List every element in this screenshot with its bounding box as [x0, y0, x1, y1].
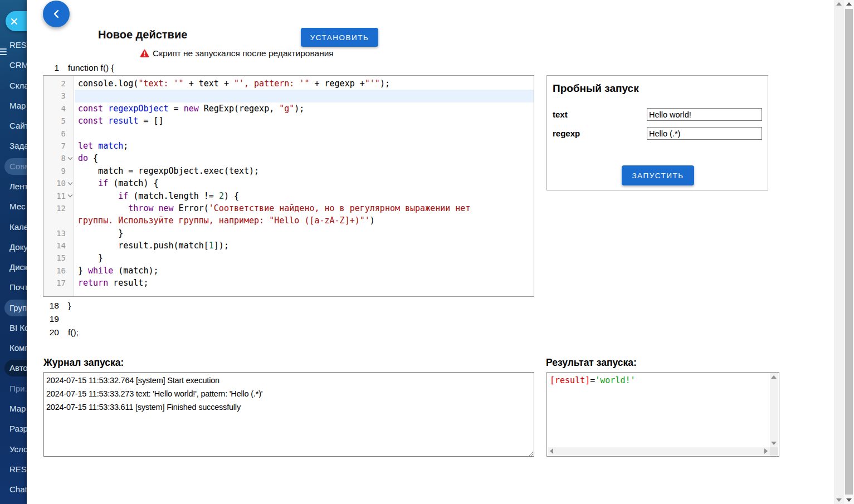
code-token: ; — [123, 141, 128, 151]
sidebar-item-мар[interactable]: Мар — [0, 400, 27, 417]
sidebar-item-авто[interactable]: Авто — [4, 360, 27, 376]
scroll-down-icon[interactable] — [846, 498, 852, 502]
gutter-cell: 12 — [43, 202, 75, 214]
sidebar-item-совм[interactable]: Совм — [4, 158, 27, 175]
code-token: RegExp(regexp, — [199, 104, 280, 114]
sidebar-item-разр[interactable]: Разр — [0, 420, 27, 437]
sidebar-item-bi-ко[interactable]: BI Ко — [0, 320, 27, 336]
run-result-title: Результат запуска: — [546, 357, 637, 369]
gutter-cell: 15 — [43, 252, 75, 264]
editor-line-13[interactable]: 13 } — [43, 227, 534, 239]
sidebar-item-почт[interactable]: Почт — [0, 279, 27, 296]
sidebar-item-мес[interactable]: Мес — [0, 198, 27, 215]
code-token: "text: '" — [138, 79, 183, 89]
editor-line-4[interactable]: 4const regexpObject = new RegExp(regexp,… — [43, 102, 534, 115]
sidebar-item-скла[interactable]: Скла — [0, 77, 27, 94]
close-menu-button[interactable] — [6, 11, 27, 31]
editor-line-12[interactable]: 12 throw new Error('Соответствие найдено… — [43, 202, 534, 214]
editor-line-wrap[interactable]: группы. Используйте группы, например: "H… — [43, 214, 534, 227]
sidebar-item-доку[interactable]: Доку — [0, 239, 27, 256]
gutter-cell: 16 — [43, 265, 75, 277]
editor-line-17[interactable]: 17return result; — [43, 277, 534, 289]
code-token: ) { — [224, 191, 239, 201]
run-button[interactable]: ЗАПУСТИТЬ — [622, 165, 694, 185]
scroll-up-icon[interactable] — [771, 375, 777, 379]
line-number: 4 — [61, 102, 66, 115]
install-button[interactable]: УСТАНОВИТЬ — [301, 28, 378, 47]
sidebar-item-мар[interactable]: Мар — [0, 97, 27, 114]
code-token: = — [169, 104, 184, 114]
sidebar-item-сайт[interactable]: Сайт — [0, 118, 27, 134]
code-editor[interactable]: 2console.log("text: '" + text + "', patt… — [43, 75, 534, 297]
code-token: } — [78, 253, 103, 263]
editor-line-14[interactable]: 14 result.push(match[1]); — [43, 239, 534, 252]
fold-slot — [66, 214, 75, 227]
fold-slot — [66, 239, 75, 252]
line-code: } — [75, 227, 534, 239]
test-field-label-text: text — [553, 110, 568, 119]
scrollbar-thumb[interactable] — [845, 9, 853, 495]
editor-line-6[interactable]: 6 — [43, 128, 534, 140]
line-number: 14 — [56, 239, 66, 252]
fold-arrow-icon[interactable] — [66, 152, 75, 164]
line-number: 1 — [43, 61, 59, 75]
test-field-input-text[interactable] — [647, 108, 762, 121]
sidebar-item-диск[interactable]: Диск — [0, 259, 27, 276]
sidebar-item-crm[interactable]: CRM — [0, 57, 27, 74]
fold-arrow-icon[interactable] — [66, 190, 75, 202]
editor-line-3[interactable]: 3 — [43, 90, 534, 102]
sidebar-item-кале[interactable]: Кале — [0, 219, 27, 236]
scroll-up-icon[interactable] — [836, 2, 842, 6]
editor-line-2[interactable]: 2console.log("text: '" + text + "', patt… — [43, 77, 534, 90]
editor-line-10[interactable]: 10 if (match) { — [43, 177, 534, 189]
fold-arrow-icon[interactable] — [66, 177, 75, 189]
sidebar-item-усло[interactable]: Усло — [0, 441, 27, 458]
code-token: result.push(match[ — [78, 241, 209, 251]
editor-line-15[interactable]: 15 } — [43, 252, 534, 264]
sidebar-item-rest[interactable]: REST — [0, 37, 27, 53]
line-number: 2 — [61, 77, 66, 90]
scroll-left-icon[interactable] — [550, 448, 553, 454]
sidebar-item-chat[interactable]: Chat — [0, 481, 27, 498]
content-scrollbar[interactable] — [834, 0, 844, 504]
code-token: ]); — [214, 241, 229, 251]
code-token: do — [78, 153, 88, 163]
code-token: throw — [128, 203, 153, 213]
editor-line-5[interactable]: 5const result = [] — [43, 115, 534, 127]
sidebar-item-rest[interactable]: REST — [0, 461, 27, 478]
line-code: const regexpObject = new RegExp(regexp, … — [75, 102, 534, 115]
gutter-cell: 2 — [43, 77, 75, 90]
code-token: } — [78, 228, 123, 238]
result-vertical-scrollbar[interactable] — [770, 373, 778, 447]
code-token: new — [184, 104, 199, 114]
editor-line-9[interactable]: 9 match = regexpObject.exec(text); — [43, 165, 534, 177]
scroll-up-icon[interactable] — [846, 2, 852, 6]
scroll-right-icon[interactable] — [764, 448, 768, 454]
sidebar-item-груп[interactable]: Груп — [4, 300, 27, 316]
editor-line-8[interactable]: 8do { — [43, 152, 534, 164]
editor-line-11[interactable]: 11 if (match.length != 2) { — [43, 190, 534, 202]
scroll-down-icon[interactable] — [771, 442, 777, 445]
code-token: return — [78, 278, 108, 288]
line-code — [75, 90, 534, 102]
sidebar-item-лент[interactable]: Лент — [0, 178, 27, 195]
test-field-input-regexp[interactable] — [647, 127, 762, 140]
fold-slot — [66, 227, 75, 239]
back-button[interactable] — [43, 1, 70, 27]
editor-line-7[interactable]: 7let match; — [43, 140, 534, 152]
run-log-textarea[interactable] — [43, 372, 534, 457]
code-token: ); — [380, 79, 390, 89]
editor-line-16[interactable]: 16} while (match); — [43, 265, 534, 277]
sidebar-item-зада[interactable]: Зада — [0, 138, 27, 154]
line-code: } — [68, 299, 71, 312]
line-number: 19 — [43, 312, 59, 326]
result-horizontal-scrollbar[interactable] — [548, 447, 770, 456]
sidebar-item-при-[interactable]: При. — [0, 380, 27, 397]
code-token: if — [98, 178, 108, 188]
line-code: } — [75, 252, 534, 264]
code-token: if — [118, 191, 128, 201]
sidebar-item-комп[interactable]: Комп — [0, 340, 27, 356]
scroll-down-icon[interactable] — [836, 498, 842, 502]
page-scrollbar[interactable] — [844, 0, 854, 504]
sidebar: Би RESTCRMСклаМарСайтЗадаСовмЛентМесКале… — [0, 0, 27, 504]
